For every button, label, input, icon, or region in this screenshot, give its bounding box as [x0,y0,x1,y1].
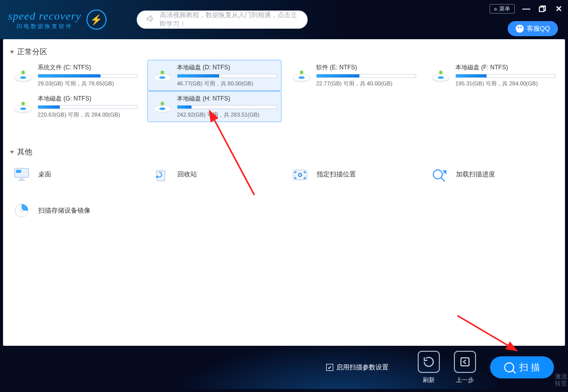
refresh-icon [418,351,440,373]
disk-image-icon [12,201,31,220]
app-logo: speed recovery 闪电数据恢复软件 ⚡ [8,10,107,30]
minimize-button[interactable]: — [522,5,531,14]
watermark: 激活转至 [555,373,567,387]
refresh-button[interactable]: 刷新 [418,351,440,384]
svg-point-3 [20,76,26,79]
svg-rect-27 [16,170,21,173]
drive-info: 22.77(GB) 可用，共 40.00(GB) [316,80,416,87]
svg-rect-29 [18,180,25,181]
disk-icon [291,63,312,87]
drive-name: 系统文件 (C: NTFS) [38,63,138,72]
recycle-icon [151,165,170,184]
other-item-desktop[interactable]: 桌面 [8,160,142,189]
drive-info: 46.77(GB) 可用，共 80.00(GB) [177,80,277,87]
qq-label: 客服QQ [527,24,550,33]
usage-bar [455,74,555,78]
svg-rect-0 [539,7,544,12]
usage-bar [38,105,138,109]
other-item-label: 加载扫描进度 [456,170,495,179]
section-others-wrap: 其他 桌面 回收站 指定扫描位置 加载扫描进度 扫描存储设备镜像 [6,144,562,225]
svg-rect-28 [20,178,24,180]
drive-name: 本地磁盘 (H: NTFS) [177,94,277,103]
section-title: 其他 [17,147,32,157]
others-row: 桌面 回收站 指定扫描位置 加载扫描进度 [6,160,562,189]
svg-point-4 [22,70,25,74]
chevron-down-icon [10,51,14,54]
bolt-icon: ⚡ [86,10,107,30]
other-item-load-progress[interactable]: 加载扫描进度 [426,160,560,189]
refresh-label: 刷新 [423,376,435,384]
svg-point-7 [159,76,165,79]
drive-name: 本地磁盘 (D: NTFS) [177,63,277,72]
menu-button[interactable]: ≡ 菜单 [490,4,515,14]
disk-icon [152,63,173,87]
drive-name: 本地磁盘 (G: NTFS) [38,94,138,103]
svg-point-11 [299,76,305,79]
drive-item[interactable]: 系统文件 (C: NTFS) 29.03(GB) 可用，共 78.65(GB) [8,60,142,91]
other-item-recycle[interactable]: 回收站 [147,160,281,189]
svg-point-24 [161,102,164,105]
scan-button[interactable]: 扫 描 [490,356,554,378]
titlebar: speed recovery 闪电数据恢复软件 ⚡ 高清视频教程，数据恢复从入门… [0,0,568,39]
scan-params-checkbox[interactable]: ✔ 启用扫描参数设置 [326,363,389,372]
svg-point-8 [161,70,164,74]
drive-info: 242.92(GB) 可用，共 283.51(GB) [177,111,277,119]
tutorial-text: 高清视频教程，数据恢复从入门到精通，点击立即学习！ [160,11,299,29]
usage-bar [316,74,416,78]
usage-bar [177,105,277,109]
other-item-label: 扫描存储设备镜像 [38,206,90,215]
disk-icon [13,94,34,119]
svg-line-33 [441,178,445,181]
drive-item[interactable]: 软件 (E: NTFS) 22.77(GB) 可用，共 40.00(GB) [287,60,421,91]
target-icon [291,165,310,184]
section-others[interactable]: 其他 [6,144,562,160]
chevron-down-icon [10,151,14,154]
section-title: 正常分区 [17,47,47,57]
disk-icon [13,63,34,87]
svg-point-23 [159,108,165,110]
disk-icon [152,94,173,119]
drive-item[interactable]: 本地磁盘 (G: NTFS) 220.63(GB) 可用，共 284.00(GB… [8,91,142,122]
others-row: 扫描存储设备镜像 [6,196,562,225]
customer-service-button[interactable]: 客服QQ [508,21,558,36]
drive-item[interactable]: 本地磁盘 (D: NTFS) 46.77(GB) 可用，共 80.00(GB) [147,60,281,91]
section-normal-partitions[interactable]: 正常分区 [6,44,562,60]
back-button[interactable]: 上一步 [454,351,476,384]
other-item-label: 桌面 [38,170,51,179]
svg-point-35 [20,209,23,212]
drive-item[interactable]: 本地磁盘 (F: NTFS) 195.31(GB) 可用，共 284.00(GB… [426,60,560,91]
svg-point-16 [439,70,443,74]
tutorial-banner[interactable]: 高清视频教程，数据恢复从入门到精通，点击立即学习！ [137,11,308,29]
other-item-disk-image[interactable]: 扫描存储设备镜像 [8,196,142,225]
checkbox-label: 启用扫描参数设置 [336,363,389,372]
drive-grid: 系统文件 (C: NTFS) 29.03(GB) 可用，共 78.65(GB) … [6,60,562,122]
usage-bar [177,74,277,78]
svg-point-15 [438,76,444,79]
svg-point-32 [433,170,442,179]
usage-bar [38,74,138,78]
checkbox-icon: ✔ [326,364,333,371]
other-item-label: 回收站 [177,170,197,179]
drive-item[interactable]: 本地磁盘 (H: NTFS) 242.92(GB) 可用，共 283.51(GB… [147,91,281,122]
other-item-label: 指定扫描位置 [317,170,356,179]
maximize-button[interactable] [538,5,547,14]
drive-name: 本地磁盘 (F: NTFS) [455,63,555,72]
close-button[interactable]: ✕ [554,5,563,14]
drive-info: 195.31(GB) 可用，共 284.00(GB) [455,80,555,87]
speaker-icon [146,14,155,25]
logo-sub-text: 闪电数据恢复软件 [8,23,81,30]
svg-point-20 [22,102,25,105]
load-progress-icon [430,165,449,184]
main-panel: 正常分区 系统文件 (C: NTFS) 29.03(GB) 可用，共 78.65… [3,39,565,346]
search-icon [504,362,514,372]
other-item-target[interactable]: 指定扫描位置 [287,160,421,189]
back-label: 上一步 [456,376,474,384]
qq-icon [516,25,524,33]
logo-main-text: speed recovery [8,10,81,23]
back-icon [454,351,476,373]
disk-icon [430,63,451,87]
svg-point-19 [20,108,26,110]
menu-label: 菜单 [499,5,510,13]
desktop-icon [12,165,31,184]
drive-info: 220.63(GB) 可用，共 284.00(GB) [38,111,138,119]
